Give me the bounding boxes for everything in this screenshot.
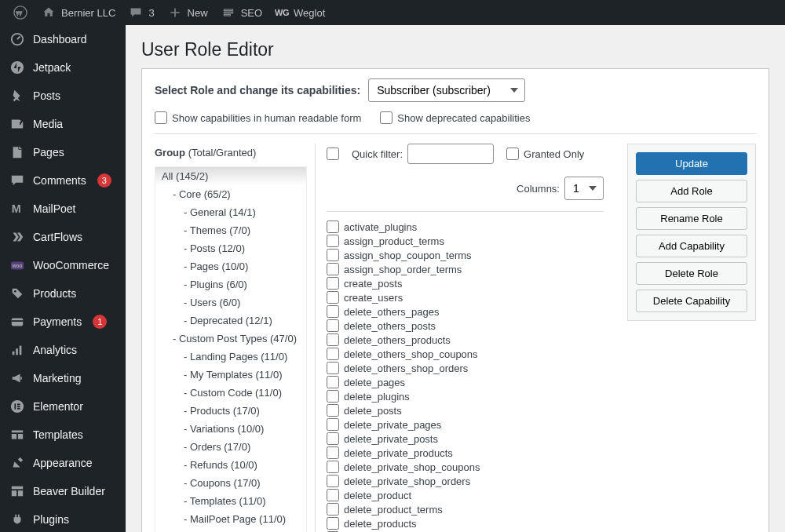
group-item[interactable]: - General (14/1) — [155, 203, 306, 221]
add-capability-button[interactable]: Add Capability — [636, 235, 747, 257]
group-item[interactable]: - Core (65/2) — [155, 185, 306, 203]
toolbar-seo[interactable]: SEO — [214, 0, 268, 25]
group-item[interactable]: - Users (6/0) — [155, 293, 306, 312]
sidebar-item-analytics[interactable]: Analytics — [0, 336, 126, 364]
capability-item[interactable]: assign_shop_coupon_terms — [327, 248, 604, 262]
capability-item[interactable]: delete_others_shop_coupons — [327, 347, 604, 361]
wp-logo[interactable] — [6, 0, 35, 25]
sidebar-item-elementor[interactable]: Elementor — [0, 392, 126, 421]
group-item[interactable]: - Products (17/0) — [155, 402, 306, 420]
capability-item[interactable]: assign_product_terms — [327, 234, 604, 248]
quick-filter-input[interactable] — [407, 144, 494, 164]
select-all-checkbox[interactable] — [327, 148, 339, 160]
capability-item[interactable]: delete_others_pages — [327, 304, 604, 319]
columns-select[interactable]: 1 — [564, 177, 604, 200]
sidebar-item-woocommerce[interactable]: wooWooCommerce — [0, 251, 126, 279]
capability-checkbox[interactable] — [327, 404, 339, 417]
deprecated-toggle[interactable]: Show deprecated capabilities — [380, 111, 530, 124]
capability-item[interactable]: delete_plugins — [327, 389, 604, 403]
capability-item[interactable]: create_posts — [327, 276, 604, 290]
capability-item[interactable]: delete_others_posts — [327, 319, 604, 333]
sidebar-item-mailpoet[interactable]: MMailPoet — [0, 195, 126, 223]
sidebar-item-pages[interactable]: Pages — [0, 138, 126, 166]
delete-capability-button[interactable]: Delete Capability — [636, 290, 747, 312]
group-item[interactable]: All (145/2) — [155, 167, 306, 185]
sidebar-item-payments[interactable]: Payments1 — [0, 308, 126, 336]
toolbar-comments[interactable]: 3 — [122, 0, 160, 25]
capability-checkbox[interactable] — [327, 249, 339, 261]
capability-checkbox[interactable] — [327, 362, 339, 374]
toolbar-weglot[interactable]: WG Weglot — [268, 0, 331, 25]
sidebar-item-jetpack[interactable]: Jetpack — [0, 53, 126, 82]
capability-checkbox[interactable] — [327, 489, 339, 501]
deprecated-checkbox[interactable] — [380, 111, 392, 124]
capability-item[interactable]: create_users — [327, 290, 604, 304]
group-item[interactable]: - Deprecated (12/1) — [155, 312, 306, 330]
sidebar-item-dashboard[interactable]: Dashboard — [0, 25, 126, 53]
group-item[interactable]: - Custom Code (11/0) — [155, 384, 306, 402]
capability-checkbox[interactable] — [327, 446, 339, 459]
update-button[interactable]: Update — [636, 152, 747, 175]
group-item[interactable]: - Themes (7/0) — [155, 221, 306, 239]
capability-checkbox[interactable] — [327, 418, 339, 431]
capability-checkbox[interactable] — [327, 475, 339, 487]
group-item[interactable]: - Orders (17/0) — [155, 438, 306, 456]
capability-item[interactable]: delete_private_shop_orders — [327, 474, 604, 488]
capability-checkbox[interactable] — [327, 517, 339, 530]
capability-item[interactable]: delete_private_products — [327, 446, 604, 460]
capability-item[interactable]: delete_private_shop_coupons — [327, 460, 604, 474]
group-item[interactable]: - Flows (11/0) — [155, 528, 306, 532]
capability-item[interactable]: delete_product_terms — [327, 502, 604, 516]
capability-checkbox[interactable] — [327, 277, 339, 290]
capability-item[interactable]: delete_product — [327, 488, 604, 502]
capability-checkbox[interactable] — [327, 432, 339, 445]
capability-checkbox[interactable] — [327, 263, 339, 275]
capability-item[interactable]: delete_posts — [327, 403, 604, 417]
granted-only-checkbox[interactable] — [506, 148, 519, 160]
capability-checkbox[interactable] — [327, 390, 339, 403]
group-item[interactable]: - Coupons (17/0) — [155, 474, 306, 492]
rename-role-button[interactable]: Rename Role — [636, 207, 747, 230]
sidebar-item-cartflows[interactable]: CartFlows — [0, 223, 126, 251]
group-item[interactable]: - Posts (12/0) — [155, 239, 306, 257]
sidebar-item-plugins[interactable]: Plugins — [0, 505, 126, 532]
add-role-button[interactable]: Add Role — [636, 180, 747, 202]
capability-item[interactable]: delete_products — [327, 516, 604, 530]
capability-checkbox[interactable] — [327, 348, 339, 360]
capability-item[interactable]: delete_others_shop_orders — [327, 361, 604, 375]
capability-checkbox[interactable] — [327, 220, 339, 233]
group-item[interactable]: - Templates (11/0) — [155, 492, 306, 510]
capability-item[interactable]: activate_plugins — [327, 220, 604, 234]
role-select[interactable]: Subscriber (subscriber) — [368, 78, 525, 102]
sidebar-item-media[interactable]: Media — [0, 110, 126, 138]
toolbar-new[interactable]: New — [161, 0, 214, 25]
sidebar-item-posts[interactable]: Posts — [0, 82, 126, 110]
sidebar-item-comments[interactable]: Comments3 — [0, 166, 126, 195]
sidebar-item-beaver-builder[interactable]: Beaver Builder — [0, 477, 126, 505]
capability-item[interactable]: delete_others_products — [327, 333, 604, 347]
group-item[interactable]: - Landing Pages (11/0) — [155, 348, 306, 366]
capability-checkbox[interactable] — [327, 376, 339, 388]
group-item[interactable]: - Plugins (6/0) — [155, 275, 306, 293]
group-item[interactable]: - My Templates (11/0) — [155, 366, 306, 384]
capability-item[interactable]: assign_shop_order_terms — [327, 262, 604, 276]
capability-checkbox[interactable] — [327, 235, 339, 247]
human-readable-checkbox[interactable] — [155, 111, 167, 124]
group-item[interactable]: - MailPoet Page (11/0) — [155, 510, 306, 528]
capability-checkbox[interactable] — [327, 291, 339, 304]
group-item[interactable]: - Variations (10/0) — [155, 420, 306, 438]
capability-item[interactable]: delete_private_pages — [327, 417, 604, 432]
capability-checkbox[interactable] — [327, 333, 339, 346]
group-item[interactable]: - Refunds (10/0) — [155, 456, 306, 474]
site-name-link[interactable]: Bernier LLC — [35, 0, 122, 25]
group-item[interactable]: - Pages (10/0) — [155, 257, 306, 275]
sidebar-item-appearance[interactable]: Appearance — [0, 449, 126, 477]
capability-checkbox[interactable] — [327, 319, 339, 332]
human-readable-toggle[interactable]: Show capabilities in human readable form — [155, 111, 361, 124]
capability-checkbox[interactable] — [327, 503, 339, 516]
capability-item[interactable]: delete_private_posts — [327, 432, 604, 446]
sidebar-item-products[interactable]: Products — [0, 279, 126, 308]
group-item[interactable]: - Custom Post Types (47/0) — [155, 330, 306, 348]
capability-checkbox[interactable] — [327, 305, 339, 318]
sidebar-item-templates[interactable]: Templates — [0, 421, 126, 449]
